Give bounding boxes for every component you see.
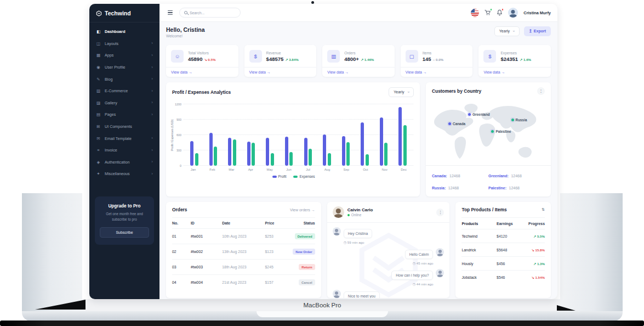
sidebar-nav: ◧ Dashboard ◫ Layouts ▦ Apps ◉ User Prof… — [89, 26, 159, 180]
bar-expenses-dec — [403, 125, 407, 166]
world-map: CanadaGreenlandRussiaPalestine — [430, 100, 546, 165]
laptop-bottom-edge — [0, 321, 644, 326]
sidebar-item-label: Layouts — [105, 41, 118, 46]
bar-profit-oct — [361, 122, 364, 166]
cart-button[interactable] — [485, 9, 491, 16]
bar-profit-jun — [285, 137, 288, 165]
subscribe-button[interactable]: Subscribe — [100, 227, 149, 238]
orders-title: Orders — [172, 207, 187, 212]
bar-profit-nov — [380, 117, 383, 166]
sidebar-item[interactable]: ◫ Layouts — [89, 38, 159, 50]
view-data-link[interactable]: View data — [166, 67, 238, 77]
macbook-pro-label: MacBook Pro — [303, 302, 341, 308]
stat-label: Total Visitors — [188, 51, 215, 55]
user-name[interactable]: Cristina Murfy — [523, 10, 551, 15]
product-name: Hously — [461, 262, 497, 266]
chat-header: Calvin Carlo Online — [327, 202, 450, 223]
user-avatar[interactable] — [508, 8, 518, 18]
order-no: 04 — [172, 280, 191, 284]
sidebar-item[interactable]: ▥ E-Commerce — [89, 85, 159, 97]
top-products-panel: Top Products / Items Products Earnings P… — [455, 202, 551, 298]
chat-message: How can i help you? 44 min ago — [333, 269, 444, 290]
laptop-bezel-label: MacBook Pro — [86, 299, 558, 311]
sidebar-item-label: Invoice — [105, 148, 117, 153]
export-button[interactable]: Export — [524, 26, 551, 36]
table-row: 02 #tw002 13th Aug 2023 $123 New Order — [172, 244, 315, 259]
macbook-mockup: MacBook Pro Techwind ◧ Dashboard — [0, 0, 644, 326]
page-header: Hello, Cristina Welcome! Yearly Export — [166, 26, 551, 41]
stat-value: 4800+ — [344, 56, 359, 62]
bar-profit-dec — [398, 107, 402, 165]
stat-card: ☺ Total Visitors 45890 0.5% — [166, 45, 238, 77]
product-progress: 1.54% — [532, 276, 545, 279]
sidebar-item[interactable]: ◉ User Profile — [89, 61, 159, 74]
view-data-link[interactable]: View data — [244, 67, 317, 77]
sidebar-item[interactable]: ✉ Email Template — [89, 132, 159, 144]
stat-icon: ▢ — [406, 50, 418, 63]
sidebar-item[interactable]: ✎ Blog — [89, 73, 159, 85]
chart-title: Profit / Expenses Analytics — [172, 89, 231, 95]
more-options-icon[interactable] — [436, 209, 444, 216]
arrow-right-icon — [187, 70, 192, 74]
table-row: Hously $456 1.3% — [461, 256, 545, 270]
hamburger-menu-icon[interactable] — [166, 9, 174, 16]
stat-label: Revenue — [266, 51, 299, 55]
view-data-link[interactable]: View data — [401, 67, 473, 77]
chevron-right-icon — [151, 172, 153, 176]
stat-trend: 1.6% — [520, 58, 531, 61]
map-marker-palestine: Palestine — [491, 130, 511, 133]
country-value: 12468 — [448, 186, 459, 190]
view-orders-link[interactable]: View orders — [290, 208, 315, 212]
presence-dot — [442, 269, 444, 271]
chart-months: JanFebMarAprMayJunJulAugSepOctNovDec — [184, 168, 413, 171]
stat-label: Items — [423, 51, 443, 55]
techwind-logo-icon — [96, 10, 102, 16]
stat-icon: $ — [483, 50, 496, 63]
products-table-header: Products Earnings Progress — [461, 217, 545, 229]
sidebar-item[interactable]: ≡ Invoice — [89, 144, 159, 156]
sidebar-item-label: Authentication — [105, 160, 130, 165]
period-select[interactable]: Yearly — [494, 26, 520, 36]
sidebar-item-label: Miscellaneous — [105, 171, 130, 176]
avatar — [436, 248, 444, 256]
sidebar-item-icon: ✎ — [96, 77, 101, 82]
order-no: 02 — [172, 250, 191, 254]
dashboard-app: Techwind ◧ Dashboard ◫ Layouts ▦ Apps — [89, 4, 557, 299]
order-id: #tw003 — [191, 265, 222, 269]
sidebar-item[interactable]: ▤ Pages — [89, 109, 159, 121]
sort-icon[interactable] — [542, 207, 545, 212]
app-name: Techwind — [105, 10, 131, 16]
view-data-link[interactable]: View data — [322, 67, 395, 77]
app-logo[interactable]: Techwind — [89, 4, 159, 23]
sidebar-item[interactable]: ▦ Apps — [89, 49, 159, 61]
order-date: 13th Aug 2023 — [222, 250, 265, 254]
sidebar-item[interactable]: ⊞ UI Components — [89, 121, 159, 133]
notifications-button[interactable] — [497, 9, 503, 16]
view-data-link[interactable]: View data — [478, 67, 551, 77]
stat-card: ▥ Orders 4800+ 1.46% Vie — [322, 45, 395, 77]
stat-value: $24351 — [500, 56, 518, 62]
more-options-icon[interactable] — [537, 87, 545, 95]
sidebar-item[interactable]: ▨ Gallery — [89, 97, 159, 109]
sidebar-item[interactable]: ✦ Miscellaneous — [89, 168, 159, 180]
sidebar-item-label: Blog — [105, 77, 112, 82]
topbar: Cristina Murfy — [159, 4, 557, 22]
map-legend-item: Greenland: 12468 — [488, 170, 545, 179]
chevron-right-icon — [151, 148, 153, 153]
message-bubble: Hey Cristina — [344, 229, 372, 238]
sidebar-item[interactable]: ◈ Authentication — [89, 156, 159, 168]
chart-period-select[interactable]: Yearly — [389, 87, 414, 97]
sidebar-item-label: Gallery — [105, 100, 117, 105]
country-value: 12468 — [511, 174, 521, 178]
search-box — [179, 8, 241, 18]
bar-expenses-jan — [195, 153, 198, 165]
search-input[interactable] — [190, 11, 236, 15]
chat-panel: Calvin Carlo Online — [327, 202, 450, 298]
chat-status: Online — [347, 213, 373, 217]
sidebar-item[interactable]: ◧ Dashboard — [89, 26, 159, 38]
country-name: Palestine: — [488, 186, 506, 190]
stat-label: Expenses — [500, 51, 531, 55]
sidebar-item-icon: ⊞ — [96, 124, 101, 129]
language-flag-icon[interactable] — [471, 9, 479, 17]
product-progress: 15.8% — [532, 248, 545, 252]
